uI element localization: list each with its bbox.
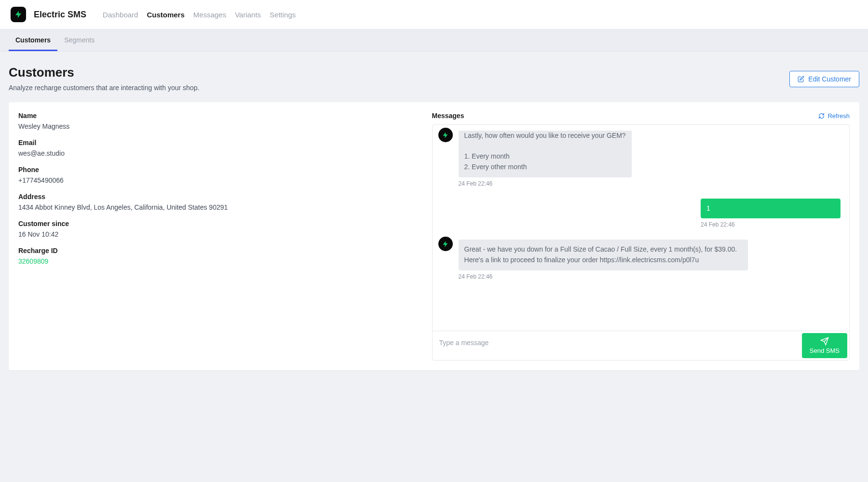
message-row: Lastly, how often would you like to rece… bbox=[438, 131, 841, 187]
send-label: Send SMS bbox=[810, 347, 840, 354]
subtab-segments[interactable]: Segments bbox=[57, 29, 101, 51]
messages-title: Messages bbox=[432, 112, 464, 120]
edit-customer-label: Edit Customer bbox=[808, 75, 851, 83]
bolt-icon bbox=[442, 241, 449, 248]
page-subtitle: Analyze recharge customers that are inte… bbox=[9, 84, 199, 92]
label-phone: Phone bbox=[18, 166, 418, 174]
customer-card: Name Wesley Magness Email wes@ae.studio … bbox=[9, 102, 859, 370]
bolt-icon bbox=[442, 132, 449, 139]
customer-details: Name Wesley Magness Email wes@ae.studio … bbox=[18, 112, 418, 361]
message-timestamp: 24 Feb 22:46 bbox=[701, 221, 841, 228]
field-name: Name Wesley Magness bbox=[18, 112, 418, 130]
value-phone: +17745490066 bbox=[18, 176, 418, 184]
nav-messages[interactable]: Messages bbox=[193, 11, 226, 19]
label-email: Email bbox=[18, 139, 418, 147]
page-header: Customers Analyze recharge customers tha… bbox=[9, 65, 859, 92]
value-since: 16 Nov 10:42 bbox=[18, 230, 418, 238]
message-bubble-wrap: Lastly, how often would you like to rece… bbox=[459, 131, 632, 187]
main-nav: Dashboard Customers Messages Variants Se… bbox=[103, 11, 296, 19]
refresh-icon bbox=[818, 113, 825, 119]
messages-scroll[interactable]: Lastly, how often would you like to rece… bbox=[433, 125, 849, 331]
label-address: Address bbox=[18, 193, 418, 201]
value-recharge-id[interactable]: 32609809 bbox=[18, 257, 418, 265]
compose-bar: Send SMS bbox=[433, 331, 849, 360]
message-bubble-wrap: 1 24 Feb 22:46 bbox=[701, 199, 841, 228]
field-email: Email wes@ae.studio bbox=[18, 139, 418, 157]
page: Customers Analyze recharge customers tha… bbox=[0, 52, 868, 379]
nav-dashboard[interactable]: Dashboard bbox=[103, 11, 138, 19]
nav-variants[interactable]: Variants bbox=[235, 11, 261, 19]
messages-header: Messages Refresh bbox=[432, 112, 850, 120]
bolt-icon bbox=[14, 10, 23, 19]
bot-avatar bbox=[438, 128, 453, 142]
nav-customers[interactable]: Customers bbox=[147, 11, 184, 19]
value-address: 1434 Abbot Kinney Blvd, Los Angeles, Cal… bbox=[18, 203, 418, 211]
message-timestamp: 24 Feb 22:46 bbox=[459, 273, 748, 280]
field-customer-since: Customer since 16 Nov 10:42 bbox=[18, 220, 418, 238]
label-since: Customer since bbox=[18, 220, 418, 228]
app-logo bbox=[11, 7, 26, 22]
message-row: 1 24 Feb 22:46 bbox=[438, 199, 841, 228]
subtab-customers[interactable]: Customers bbox=[9, 29, 57, 51]
value-name: Wesley Magness bbox=[18, 122, 418, 130]
message-bubble: Lastly, how often would you like to rece… bbox=[459, 131, 632, 177]
edit-icon bbox=[798, 76, 804, 82]
edit-customer-button[interactable]: Edit Customer bbox=[789, 71, 859, 87]
label-name: Name bbox=[18, 112, 418, 120]
messages-box: Lastly, how often would you like to rece… bbox=[432, 124, 850, 361]
field-recharge-id: Recharge ID 32609809 bbox=[18, 247, 418, 265]
topbar: Electric SMS Dashboard Customers Message… bbox=[0, 0, 868, 29]
field-phone: Phone +17745490066 bbox=[18, 166, 418, 184]
field-address: Address 1434 Abbot Kinney Blvd, Los Ange… bbox=[18, 193, 418, 211]
page-title: Customers bbox=[9, 65, 199, 80]
message-bubble-wrap: Great - we have you down for a Full Size… bbox=[459, 240, 748, 280]
value-email: wes@ae.studio bbox=[18, 149, 418, 157]
messages-panel: Messages Refresh bbox=[432, 112, 850, 361]
brand-name: Electric SMS bbox=[34, 10, 86, 20]
compose-input[interactable] bbox=[433, 331, 800, 358]
subtabs: Customers Segments bbox=[0, 29, 868, 52]
refresh-label: Refresh bbox=[827, 112, 850, 120]
refresh-button[interactable]: Refresh bbox=[818, 112, 850, 120]
message-bubble: 1 bbox=[701, 199, 841, 219]
message-timestamp: 24 Feb 22:46 bbox=[459, 180, 632, 187]
bot-avatar bbox=[438, 237, 453, 251]
label-recharge-id: Recharge ID bbox=[18, 247, 418, 254]
send-icon bbox=[820, 337, 829, 346]
message-bubble: Great - we have you down for a Full Size… bbox=[459, 240, 748, 270]
message-row: Great - we have you down for a Full Size… bbox=[438, 240, 841, 280]
nav-settings[interactable]: Settings bbox=[270, 11, 296, 19]
send-sms-button[interactable]: Send SMS bbox=[802, 333, 847, 358]
